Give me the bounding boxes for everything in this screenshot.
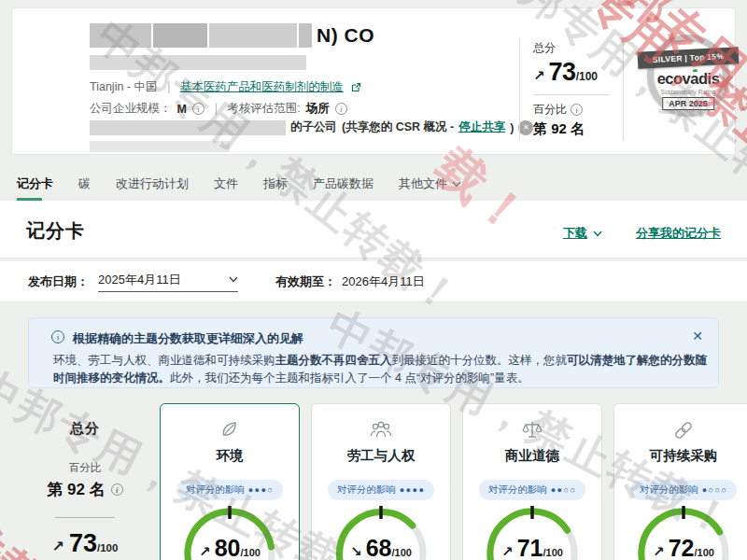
total-score-value: 73 [549,58,576,87]
theme-score-denominator: /100 [694,547,713,558]
external-link-icon [351,82,361,92]
company-size-value: M [177,103,187,116]
publish-date-value: 2025年4月11日 [98,272,181,288]
chain-icon [614,418,747,442]
tab-5[interactable]: 产品碳数据 [313,175,374,201]
trend-up-icon: ↗ [52,538,64,555]
redacted-block [90,55,306,70]
theme-cards-row: 环境 对评分的影响 ●●●○ ↗ 80 /100 劳工与人权 对评分的影响 ●●… [160,403,747,560]
impact-dots: ●●●● [400,485,426,495]
total-score-label: 总分 [533,40,610,56]
scales-icon [463,418,601,442]
company-header-panel: N) CO Tianjin - 中国 ｜ 基本医药产品和医药制剂的制造 公司企业… [11,7,736,155]
theme-score-value: 68 [366,535,392,560]
impact-label: 对评分的影响 [186,483,245,497]
subsidiary-suffix: 的子公司 [290,119,337,135]
tabs-bar: 记分卡碳改进行动计划文件指标产品碳数据其他文件 [17,175,461,201]
ecovadis-accent [693,69,698,72]
total-score-box: 总分 ↗ 73 /100 百分比 第 92 名 [519,38,624,140]
theme-card-title: 劳工与人权 [312,447,450,465]
company-location-row: Tianjin - 中国 ｜ 基本医药产品和医药制剂的制造 [90,79,361,95]
chevron-down-icon [229,276,238,283]
medal-tagline: Sustainability Rating [639,89,738,95]
trend-icon: ↗ [501,543,514,560]
theme-score-denominator: /100 [240,547,260,558]
share-note-prefix: (共享您的 CSR 概况 - [342,119,454,135]
info-banner: 根据精确的主题分数获取更详细深入的见解 环境、劳工与人权、商业道德和可持续采购主… [28,317,719,388]
redacted-block [90,141,230,152]
banner-title: 根据精确的主题分数获取更详细深入的见解 [73,330,303,347]
share-scorecard-button[interactable]: 分享我的记分卡 [636,225,721,242]
tab-6[interactable]: 其他文件 [399,175,461,201]
impact-pill: 对评分的影响 ●●●● [328,480,435,500]
theme-card-title: 环境 [161,447,299,465]
dates-panel: 发布日期： 2025年4月11日 有效期至： 2026年4月11日 [0,261,747,302]
tab-4[interactable]: 指标 [263,175,288,201]
close-icon[interactable]: ✕ [692,329,703,343]
impact-dots: ●●○○ [551,485,577,495]
company-size-row: 公司企业规模： M ｜ 考核评估范围: 场所 [90,101,347,117]
impact-label: 对评分的影响 [337,483,396,497]
trend-icon: ↗ [199,543,211,560]
chevron-down-icon [593,231,602,237]
info-icon[interactable] [111,483,123,496]
tab-0[interactable]: 记分卡 [17,175,53,201]
assessment-scope-label: 考核评估范围: [227,101,300,117]
impact-pill: 对评分的影响 ●○○○ [630,480,738,500]
redacted-block [153,23,207,48]
publish-date-label: 发布日期： [28,273,89,290]
theme-card-2[interactable]: 商业道德 对评分的影响 ●●○○ ↗ 71 /100 [462,403,602,560]
theme-card-3[interactable]: 可持续采购 对评分的影响 ●○○○ ↗ 72 /100 [613,403,747,560]
info-icon [51,330,64,343]
impact-label: 对评分的影响 [640,483,698,497]
theme-card-title: 商业道德 [463,447,601,465]
trend-up-icon: ↗ [533,67,545,84]
separator: ｜ [162,79,174,95]
overall-score-denominator: /100 [97,542,118,553]
trend-icon: ↗ [653,543,665,560]
theme-score-value: 80 [215,535,241,560]
theme-score-denominator: /100 [391,547,411,558]
percentile-rank: 第 92 名 [533,120,610,138]
download-label: 下载 [563,225,587,242]
theme-score-value: 71 [517,535,543,560]
impact-pill: 对评分的影响 ●●○○ [479,480,586,500]
publish-date-select[interactable]: 2025年4月11日 [98,272,238,292]
tab-1[interactable]: 碳 [78,175,91,201]
industry-link[interactable]: 基本医药产品和医药制剂的制造 [180,79,344,95]
theme-score-value: 72 [669,535,695,560]
scorecard-header-panel: 记分卡 下载 分享我的记分卡 [0,201,747,259]
trend-icon: ↘ [350,543,362,560]
download-button[interactable]: 下载 [563,225,602,242]
theme-card-title: 可持续采购 [614,447,747,465]
theme-card-0[interactable]: 环境 对评分的影响 ●●●○ ↗ 80 /100 [160,403,300,560]
percentile-label: 百分比 [533,102,567,118]
info-icon[interactable] [571,104,583,116]
chevron-down-icon [452,181,461,188]
ecovadis-medal: SILVER | Top 15% ecovadis Sustainability… [639,27,738,135]
info-icon[interactable] [192,103,204,115]
overall-score-value: 73 [69,529,97,558]
share-scorecard-label: 分享我的记分卡 [636,225,721,242]
impact-dots: ●○○○ [702,485,728,495]
leaf-icon [161,418,299,442]
total-score-denominator: /100 [576,70,598,83]
tab-3[interactable]: 文件 [214,175,238,201]
valid-until-value: 2026年4月11日 [342,273,425,290]
divider [55,517,115,518]
subsidiary-row: 的子公司 (共享您的 CSR 概况 - 停止共享 ) [90,119,533,135]
company-name-suffix: N) CO [317,24,374,47]
stop-sharing-link[interactable]: 停止共享 [458,119,505,135]
impact-pill: 对评分的影响 ●●●○ [176,480,284,500]
ecovadis-logo: ecovadis [639,70,738,88]
tab-2[interactable]: 改进行动计划 [116,175,189,201]
theme-card-1[interactable]: 劳工与人权 对评分的影响 ●●●● ↘ 68 /100 [311,403,451,560]
page-title: 记分卡 [26,218,85,244]
assessment-scope-value: 场所 [306,101,330,117]
info-icon[interactable] [335,103,347,115]
banner-body: 环境、劳工与人权、商业道德和可持续采购主题分数不再四舍五入到最接近的十分位数。这… [53,352,707,387]
share-note-suffix: ) [510,121,514,134]
redacted-block [299,23,312,48]
impact-dots: ●●●○ [248,485,275,495]
overall-percentile-label: 百分比 [11,461,159,475]
